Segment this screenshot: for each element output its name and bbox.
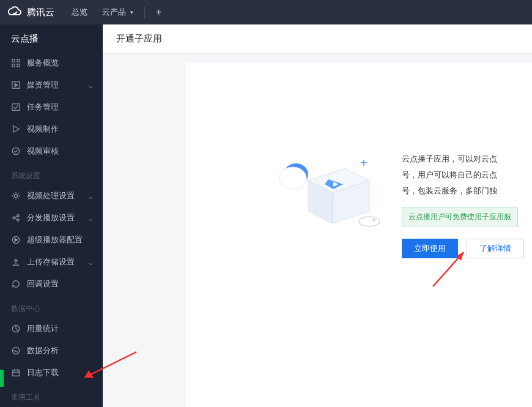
svg-marker-7 [13,126,20,133]
brand-logo[interactable]: 腾讯云 [7,5,54,20]
chevron-down-icon: ⌄ [87,192,94,201]
sidebar-item-label: 数据分析 [27,345,59,356]
sidebar-item-label: 任务管理 [27,102,59,113]
calendar-icon [11,368,21,378]
sidebar-item-分发播放设置[interactable]: 分发播放设置⌄ [0,207,103,229]
svg-rect-1 [17,59,20,62]
svg-point-9 [14,194,17,197]
grid-icon [11,58,21,68]
svg-point-12 [17,219,20,222]
promo-illustration: + [275,151,385,237]
svg-rect-0 [12,59,15,62]
chevron-down-icon: ⌄ [87,214,94,223]
add-tab-button[interactable]: + [149,7,169,18]
desc-line-2: 号，用户可以将自己的云点 [402,167,532,183]
sidebar-title: 云点播 [0,24,103,52]
chevron-down-icon: ⌄ [87,258,94,267]
sidebar-item-媒资管理[interactable]: 媒资管理⌄ [0,74,103,96]
sidebar-item-回调设置[interactable]: 回调设置 [0,273,103,295]
play-triangle-icon [11,124,21,134]
sidebar-item-数据分析[interactable]: 数据分析 [0,340,103,362]
check-box-icon [11,102,21,112]
svg-marker-5 [15,83,17,86]
brand-text: 腾讯云 [27,7,54,18]
svg-marker-14 [15,238,17,241]
page-title: 开通子应用 [103,24,532,54]
callback-icon [11,279,21,289]
cloud-logo-icon [7,5,22,20]
learn-more-button[interactable]: 了解详情 [467,239,524,258]
sidebar-section-label: 常用工具 [0,384,103,406]
top-header: 腾讯云 总览 云产品▾ + [0,0,532,24]
use-now-button[interactable]: 立即使用 [402,239,458,258]
gear-icon [11,191,21,201]
svg-rect-17 [13,370,20,376]
promo-section: + 云点播子应用，可以对云点 号，用户可以将自己的云点 号，包装云服务，多部门独… [186,151,532,258]
sidebar-item-label: 上传存储设置 [27,256,75,267]
notice-banner: 云点播用户可免费使用子应用服 [402,207,518,226]
svg-point-10 [13,217,15,219]
sidebar: 云点播 服务概览媒资管理⌄任务管理视频制作视频审核系统设置视频处理设置⌄分发播放… [0,24,103,407]
chevron-down-icon: ⌄ [87,81,94,90]
sidebar-item-视频处理设置[interactable]: 视频处理设置⌄ [0,185,103,207]
pie-icon [11,324,21,334]
sidebar-item-label: 媒资管理 [27,80,59,91]
content-card: + 云点播子应用，可以对云点 号，用户可以将自己的云点 号，包装云服务，多部门独… [186,62,532,407]
sidebar-section-label: 系统设置 [0,162,103,185]
sidebar-item-label: 视频审核 [27,146,59,157]
side-green-tab[interactable] [0,370,4,387]
sidebar-item-视频审核[interactable]: 视频审核 [0,140,103,162]
sidebar-item-上传存储设置[interactable]: 上传存储设置⌄ [0,251,103,273]
sidebar-item-label: 回调设置 [27,278,59,289]
header-divider [144,7,145,18]
desc-line-3: 号，包装云服务，多部门独 [402,183,532,199]
shield-icon [11,146,21,156]
share-icon [11,213,21,223]
svg-point-32 [359,217,380,226]
sidebar-item-label: 超级播放器配置 [27,234,83,245]
sidebar-item-label: 服务概览 [27,58,59,69]
sidebar-item-视频制作[interactable]: 视频制作 [0,118,103,140]
chevron-down-icon: ⌄ [87,368,94,378]
sidebar-item-服务概览[interactable]: 服务概览 [0,52,103,74]
sidebar-item-用量统计[interactable]: 用量统计 [0,318,103,340]
svg-rect-2 [12,64,15,67]
sidebar-item-label: 视频处理设置 [27,190,75,201]
chevron-down-icon: ▾ [130,9,133,15]
sidebar-item-label: 日志下载 [27,367,59,378]
sidebar-item-日志下载[interactable]: 日志下载⌄ [0,362,103,384]
svg-rect-3 [17,64,20,67]
svg-point-25 [279,167,306,189]
sidebar-item-label: 用量统计 [27,323,59,334]
play-box-icon [11,80,21,90]
promo-text: 云点播子应用，可以对云点 号，用户可以将自己的云点 号，包装云服务，多部门独 云… [402,151,532,258]
sidebar-section-label: 数据中心 [0,295,103,318]
player-icon [11,235,21,245]
nav-overview[interactable]: 总览 [64,7,95,18]
wave-icon [11,346,21,356]
sidebar-item-label: 视频制作 [27,124,59,135]
sidebar-item-超级播放器配置[interactable]: 超级播放器配置 [0,229,103,251]
sidebar-item-任务管理[interactable]: 任务管理 [0,96,103,118]
main-area: 开通子应用 + 云点播子应用，可以对云点 号，用户可以将自己的 [103,24,532,407]
svg-rect-6 [12,104,20,111]
sidebar-item-label: 分发播放设置 [27,212,75,223]
desc-line-1: 云点播子应用，可以对云点 [402,151,532,167]
button-row: 立即使用 了解详情 [402,239,532,258]
svg-point-11 [17,215,20,217]
svg-text:+: + [360,156,368,170]
upload-icon [11,257,21,267]
nav-products[interactable]: 云产品▾ [95,7,141,18]
